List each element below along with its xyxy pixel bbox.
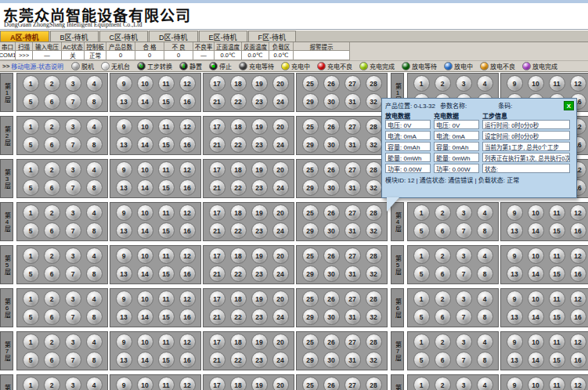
cell[interactable]: 26 [323,377,340,390]
cell[interactable]: 6 [435,265,451,282]
cell[interactable]: 19 [251,377,268,390]
cell[interactable]: 7 [65,136,81,153]
cell[interactable]: 6 [44,265,60,282]
cell[interactable]: 32 [366,222,382,239]
cell[interactable]: 24 [272,136,289,153]
cell[interactable]: 6 [44,93,60,110]
cell[interactable]: 16 [179,179,196,196]
cell[interactable]: 11 [549,247,565,264]
cell[interactable]: 32 [366,265,382,282]
cell[interactable]: 3 [65,291,81,307]
cell[interactable]: 15 [158,309,175,325]
cell[interactable]: 11 [158,118,175,135]
cell[interactable]: 16 [179,136,196,153]
cell[interactable]: 11 [158,291,175,307]
cell[interactable]: 2 [435,377,451,390]
cell[interactable]: 2 [435,204,451,221]
cell[interactable]: 13 [116,136,132,153]
cell[interactable]: 1 [23,247,39,264]
cell[interactable]: 21 [209,136,225,153]
cell[interactable]: 29 [302,309,319,325]
cell[interactable]: 9 [507,377,523,390]
cell[interactable]: 8 [86,179,103,196]
cell[interactable]: 9 [116,118,132,135]
cell[interactable]: 21 [209,93,225,110]
cell[interactable]: 14 [137,179,153,196]
cell[interactable]: 30 [323,352,340,368]
tab-zone-5[interactable]: E区-待机 [199,31,247,42]
cell[interactable]: 22 [230,136,247,153]
cell[interactable]: 25 [302,204,319,221]
cell[interactable]: 24 [272,222,289,239]
cell[interactable]: 20 [272,204,289,221]
cell[interactable]: 8 [477,222,493,239]
cell[interactable]: 6 [44,179,60,196]
cell[interactable]: 26 [323,75,340,92]
cell[interactable]: 12 [570,75,586,92]
cell[interactable]: 1 [23,118,39,135]
cell[interactable]: 13 [507,222,523,239]
cell[interactable]: 9 [116,204,132,221]
cell[interactable]: 28 [366,247,382,264]
cell[interactable]: 28 [366,334,382,350]
cell[interactable]: 11 [549,291,565,307]
cell[interactable]: 3 [65,377,81,390]
cell[interactable]: 4 [477,204,493,221]
cell[interactable]: 7 [65,352,81,368]
cell[interactable]: 5 [23,309,39,325]
cell[interactable]: 10 [528,204,544,221]
cell[interactable]: 22 [230,179,247,196]
cell[interactable]: 20 [272,334,289,350]
cell[interactable]: 32 [366,136,382,153]
tab-zone-6[interactable]: F区-待机 [248,31,297,42]
cell[interactable]: 9 [116,377,132,390]
cell[interactable]: 4 [86,75,103,92]
cell[interactable]: 10 [528,75,544,92]
cell[interactable]: 2 [44,204,60,221]
cell[interactable]: 9 [507,334,523,350]
cell[interactable]: 4 [86,291,103,307]
cell[interactable]: 9 [116,75,132,92]
cell[interactable]: 27 [345,291,361,307]
cell[interactable]: 18 [230,161,247,178]
cell[interactable]: 16 [570,222,586,239]
cell[interactable]: 8 [86,136,103,153]
cell[interactable]: 1 [413,291,430,307]
cell[interactable]: 8 [86,93,103,110]
cell[interactable]: 28 [366,377,382,390]
cell[interactable]: 13 [116,93,132,110]
cell[interactable]: 5 [413,222,430,239]
cell[interactable]: 28 [366,118,382,135]
cell[interactable]: 9 [507,75,523,92]
cell[interactable]: 4 [477,334,493,350]
cell[interactable]: 15 [158,93,175,110]
cell[interactable]: 3 [65,161,81,178]
cell[interactable]: 7 [65,265,81,282]
cell[interactable]: 24 [272,265,289,282]
cell[interactable]: 17 [209,334,225,350]
cell[interactable]: 21 [209,265,225,282]
cell[interactable]: 20 [272,118,289,135]
cell[interactable]: 9 [116,291,132,307]
cell[interactable]: 3 [456,334,472,350]
cell[interactable]: 10 [528,291,544,307]
cell[interactable]: 23 [251,309,268,325]
cell[interactable]: 15 [549,309,565,325]
cell[interactable]: 14 [528,222,544,239]
cell[interactable]: 15 [158,179,175,196]
cell[interactable]: 7 [456,265,472,282]
cell[interactable]: 30 [323,222,340,239]
cell[interactable]: 20 [272,377,289,390]
cell[interactable]: 24 [272,93,289,110]
cell[interactable]: 27 [345,161,361,178]
cell[interactable]: 15 [158,265,175,282]
cell[interactable]: 10 [137,161,153,178]
cell[interactable]: 1 [23,334,39,350]
cell[interactable]: 18 [230,291,247,307]
cell[interactable]: 2 [44,291,60,307]
cell[interactable]: 27 [345,377,361,390]
cell[interactable]: 8 [477,352,493,368]
cell[interactable]: 2 [44,118,60,135]
cell[interactable]: 5 [23,93,39,110]
cell[interactable]: 14 [528,309,544,325]
